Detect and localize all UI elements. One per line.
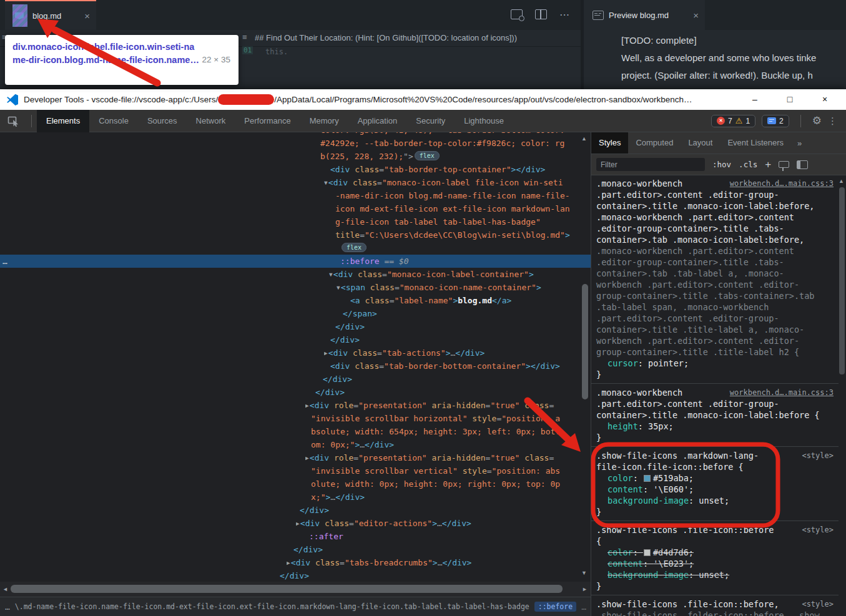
dom-tree-row[interactable]: <div class="tab-border-bottom-container"…: [0, 359, 591, 373]
more-actions-icon[interactable]: ⋯: [559, 9, 570, 21]
dom-tree-row[interactable]: g-file-icon tab-label tab-label-has-badg…: [0, 215, 591, 228]
dom-tree-row[interactable]: b(225, 228, 232);">flex: [0, 150, 591, 163]
dom-tree-row[interactable]: "invisible scrollbar vertical" style="po…: [0, 464, 591, 477]
dom-tree-row[interactable]: bsolute; width: 654px; height: 3px; left…: [0, 425, 591, 438]
close-tab-icon[interactable]: ×: [84, 11, 90, 21]
dom-tree-row[interactable]: ▼<div class="monaco-icon-label-container…: [0, 268, 591, 281]
css-declaration[interactable]: background-image: unset;: [596, 569, 834, 580]
element-class-toggle[interactable]: .cls: [739, 160, 757, 169]
devtools-tab-memory[interactable]: Memory: [300, 110, 348, 132]
dom-tree-row[interactable]: </span>: [0, 307, 591, 320]
dom-tree-row[interactable]: ▶<div role="presentation" aria-hidden="t…: [0, 451, 591, 464]
flex-badge[interactable]: flex: [415, 151, 440, 160]
errors-warnings-badge[interactable]: × 7 ⚠ 1: [711, 115, 755, 127]
vertical-scrollbar-thumb[interactable]: [839, 187, 845, 374]
dom-tree-row[interactable]: olute; width: 0px; height: 0px; right: 0…: [0, 477, 591, 491]
dom-tree-row[interactable]: ▶<div class="tab-actions">…</div>: [0, 346, 591, 359]
minimize-button[interactable]: –: [737, 89, 772, 110]
dom-tree-row-selected[interactable]: …::before == $0: [0, 255, 591, 268]
devtools-tab-security[interactable]: Security: [406, 110, 455, 132]
css-declaration[interactable]: height: 35px;: [596, 421, 834, 432]
sidebar-tab-event-listeners[interactable]: Event Listeners: [720, 132, 791, 154]
css-declaration[interactable]: color: #519aba;: [596, 472, 834, 484]
css-declaration[interactable]: content: '\E060';: [596, 484, 834, 495]
css-source-link[interactable]: workbench.d….main.css:3: [730, 387, 834, 398]
dom-tree-row[interactable]: </div>: [0, 569, 591, 581]
sidebar-tab-computed[interactable]: Computed: [628, 132, 681, 154]
sticky-heading-text[interactable]: ## Find Out Their Location: (Hint: [On G…: [255, 33, 517, 42]
sidebar-tabs-overflow-icon[interactable]: »: [791, 139, 808, 148]
devtools-tab-console[interactable]: Console: [89, 110, 138, 132]
dom-tree-row[interactable]: flex: [0, 242, 591, 255]
dom-tree-row[interactable]: "invisible scrollbar horizontal" style="…: [0, 412, 591, 425]
dom-tree-row[interactable]: ▶<div class="tabs-breadcrumbs">…</div>: [0, 556, 591, 569]
scroll-down-icon[interactable]: ▼: [581, 570, 587, 576]
toggle-panel-icon[interactable]: [797, 160, 808, 169]
dom-tree-row[interactable]: x;">…</div>: [0, 491, 591, 504]
css-source-link[interactable]: <style>: [802, 599, 834, 610]
breadcrumb-selected-pseudo[interactable]: ::before: [534, 602, 576, 612]
dom-tree-row[interactable]: ▶<div role="presentation" aria-hidden="t…: [0, 399, 591, 412]
css-declaration[interactable]: cursor: pointer;: [596, 358, 834, 369]
dom-tree-row[interactable]: <a class="label-name">blog.md</a>: [0, 294, 591, 307]
settings-gear-icon[interactable]: ⚙: [812, 114, 822, 127]
dom-tree-row[interactable]: color: rgb(50, 41, 46); --tab-border-bot…: [0, 132, 591, 137]
new-style-rule-icon[interactable]: +: [765, 159, 771, 171]
css-declaration[interactable]: color: #d4d7d6;: [596, 547, 834, 558]
devtools-tab-elements[interactable]: Elements: [37, 110, 89, 132]
maximize-button[interactable]: □: [772, 89, 807, 110]
css-source-link[interactable]: workbench.d….main.css:3: [730, 178, 834, 189]
dom-tree-row[interactable]: ▼<span class="monaco-icon-name-container…: [0, 281, 591, 294]
dom-tree-row[interactable]: </div>: [0, 320, 591, 333]
dom-tree-row[interactable]: </div>: [0, 373, 591, 386]
tab-blog-md[interactable]: blog.md ×: [5, 0, 96, 30]
inspect-element-icon[interactable]: [7, 115, 20, 127]
css-source-link[interactable]: <style>: [802, 450, 834, 461]
breadcrumb-trail-ellipsis[interactable]: …: [581, 602, 586, 612]
css-source-link[interactable]: <style>: [802, 524, 834, 535]
devtools-tab-performance[interactable]: Performance: [235, 110, 300, 132]
breadcrumb-path[interactable]: \.md-name-file-icon.name-file-icon.md-ex…: [15, 602, 529, 611]
horizontal-scrollbar-thumb[interactable]: [11, 585, 563, 593]
issues-badge[interactable]: 2: [762, 115, 789, 127]
tab-preview-blog-md[interactable]: Preview blog.md ×: [584, 0, 705, 30]
dom-tree-row[interactable]: title="C:\Users\dcdee\CC\Blog\win-seti\b…: [0, 228, 591, 242]
devtools-tab-application[interactable]: Application: [348, 110, 407, 132]
dom-tree-row[interactable]: icon md-ext-file-icon ext-file-icon mark…: [0, 202, 591, 215]
pseudo-state-toggle[interactable]: :hov: [712, 160, 731, 169]
close-button[interactable]: ×: [807, 89, 842, 110]
dom-tree-row[interactable]: </div>: [0, 333, 591, 346]
scroll-left-icon[interactable]: ◄: [2, 586, 8, 592]
devtools-titlebar[interactable]: Developer Tools - vscode-file://vscode-a…: [0, 89, 846, 110]
horizontal-scrollbar[interactable]: ◄ ►: [0, 582, 591, 597]
dom-tree-row[interactable]: #24292e; --tab-border-top-color:#f9826c;…: [0, 137, 591, 150]
breadcrumb-overflow-button[interactable]: …: [5, 602, 10, 612]
styles-filter-input[interactable]: [596, 158, 705, 171]
sidebar-tab-styles[interactable]: Styles: [591, 132, 628, 154]
split-editor-icon[interactable]: [535, 9, 547, 19]
dom-tree-row[interactable]: <div class="tab-border-top-container"></…: [0, 163, 591, 176]
sidebar-tab-layout[interactable]: Layout: [681, 132, 720, 154]
css-declaration[interactable]: content: '\E023';: [596, 558, 834, 569]
rendering-emulation-icon[interactable]: [779, 161, 789, 168]
dom-tree-row[interactable]: -name-dir-icon blog.md-name-file-icon na…: [0, 189, 591, 202]
devtools-tab-network[interactable]: Network: [187, 110, 235, 132]
close-tab-icon[interactable]: ×: [693, 10, 699, 21]
color-swatch[interactable]: [644, 475, 651, 482]
dom-tree-row[interactable]: om: 0px;">…</div>: [0, 438, 591, 451]
devtools-tab-lighthouse[interactable]: Lighthouse: [455, 110, 513, 132]
dom-tree-row[interactable]: </div>: [0, 504, 591, 517]
vertical-scrollbar-thumb[interactable]: [582, 284, 588, 399]
devtools-tab-sources[interactable]: Sources: [138, 110, 187, 132]
open-preview-side-icon[interactable]: [511, 9, 523, 19]
scroll-up-icon[interactable]: ▲: [839, 178, 844, 184]
dom-tree-row[interactable]: </div>: [0, 543, 591, 556]
css-declaration[interactable]: background-image: unset;: [596, 495, 834, 506]
dom-tree-row[interactable]: ▶<div class="editor-actions">…</div>: [0, 517, 591, 530]
dom-tree-row[interactable]: ▼<div class="monaco-icon-label file-icon…: [0, 176, 591, 189]
flex-badge[interactable]: flex: [342, 243, 366, 252]
dom-tree-row[interactable]: ::after: [0, 530, 591, 543]
color-swatch[interactable]: [644, 549, 651, 556]
dom-tree-row[interactable]: </div>: [0, 386, 591, 399]
more-menu-icon[interactable]: ⋮: [828, 115, 837, 127]
